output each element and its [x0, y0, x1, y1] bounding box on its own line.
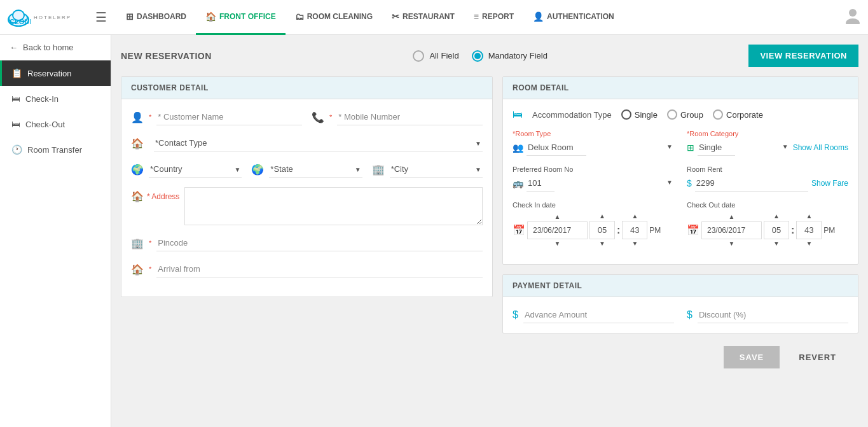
reservation-icon: 📋 [11, 68, 22, 78]
mobile-number-input[interactable] [337, 109, 483, 125]
page-header: NEW RESERVATION All Field Mandatory Fiel… [121, 45, 858, 67]
checkout-group: Check Out date 📅 ▲ ▼ ▲ [687, 201, 848, 248]
page-title: NEW RESERVATION [121, 51, 212, 61]
room-type-select-wrapper: Delux Room ▼ [527, 139, 674, 156]
checkout-min-up[interactable]: ▲ [804, 212, 813, 221]
mandatory-field-radio[interactable]: Mandatory Field [472, 50, 548, 62]
nav-authentication[interactable]: 👤 AUTHENTICATION [523, 0, 624, 35]
pincode-input[interactable] [156, 235, 483, 251]
nav-restaurant[interactable]: ✂ RESTAURANT [382, 0, 464, 35]
arrival-input[interactable] [156, 261, 483, 277]
contact-type-wrapper: *Contact Type ▼ [154, 135, 483, 151]
globe-icon: 🌍 [131, 164, 144, 176]
phone-icon: 📞 [312, 111, 324, 123]
checkin-min-input[interactable] [622, 221, 647, 239]
checkout-ampm: PM [823, 226, 835, 235]
report-icon: ≡ [474, 11, 479, 22]
arrival-row: 🏠 * [131, 261, 483, 277]
view-reservation-button[interactable]: VIEW RESERVATION [748, 45, 858, 67]
address-star: * Address [147, 192, 179, 201]
address-textarea[interactable] [184, 187, 483, 225]
main-layout: ← Back to home 📋 Reservation 🛏 Check-In … [0, 35, 868, 427]
discount-dollar-icon: $ [687, 309, 692, 321]
user-avatar[interactable] [844, 6, 862, 28]
city-select[interactable]: *City [390, 161, 483, 178]
room-detail-header: ROOM DETAIL [503, 77, 858, 99]
advance-amount-field: $ [513, 307, 674, 323]
dashboard-icon: ⊞ [126, 11, 134, 22]
sidebar-item-room-transfer[interactable]: 🕐 Room Transfer [0, 137, 111, 162]
checkin-date-up[interactable]: ▲ [553, 213, 562, 221]
preferred-room-wrapper: 101 ▼ [527, 175, 674, 192]
nav-report[interactable]: ≡ REPORT [464, 0, 523, 35]
customer-name-input[interactable] [156, 109, 302, 125]
checkin-date-down[interactable]: ▼ [553, 239, 562, 248]
nav-dashboard[interactable]: ⊞ DASHBOARD [116, 0, 196, 35]
top-navigation: CLOUD HOTELERP ☰ ⊞ DASHBOARD 🏠 FRONT OFF… [0, 0, 868, 35]
state-select[interactable]: *State [269, 161, 362, 178]
revert-button[interactable]: REVERT [786, 346, 849, 368]
svg-point-5 [849, 9, 857, 17]
nav-room-cleaning[interactable]: 🗂 ROOM CLEANING [286, 0, 382, 35]
checkin-min-up[interactable]: ▲ [630, 212, 639, 221]
payment-detail-card: PAYMENT DETAIL $ $ [502, 274, 858, 333]
advance-amount-input[interactable] [523, 307, 674, 323]
checkout-date-up[interactable]: ▲ [727, 213, 736, 221]
single-option[interactable]: Single [621, 109, 658, 120]
svg-text:CLOUD: CLOUD [10, 18, 31, 25]
checkout-hour-input[interactable] [764, 221, 789, 239]
address-field: 🏠 * Address [131, 187, 483, 225]
right-column: ROOM DETAIL 🛏 Accommodation Type Single [502, 76, 858, 333]
checkout-date-down[interactable]: ▼ [727, 239, 736, 248]
checkout-min-part: ▲ ▼ [796, 212, 822, 248]
sidebar-item-checkin[interactable]: 🛏 Check-In [0, 86, 111, 111]
checkout-hour-up[interactable]: ▲ [772, 212, 781, 221]
discount-field: $ [687, 307, 848, 323]
checkout-hour-down[interactable]: ▼ [772, 239, 781, 248]
sidebar-item-checkout[interactable]: 🛏 Check-Out [0, 111, 111, 137]
checkout-min-down[interactable]: ▼ [804, 239, 813, 248]
hamburger-menu[interactable]: ☰ [95, 10, 107, 25]
back-to-home[interactable]: ← Back to home [0, 35, 111, 60]
checkin-min-part: ▲ ▼ [622, 212, 647, 248]
checkin-hour-down[interactable]: ▼ [598, 239, 607, 248]
room-category-select[interactable]: Single [698, 139, 735, 156]
room-card-body: 🛏 Accommodation Type Single Group [503, 99, 858, 264]
room-rent-input[interactable] [695, 175, 808, 192]
checkout-colon: : [791, 225, 794, 236]
room-category-wrapper: Single ▼ [698, 139, 790, 156]
save-button[interactable]: SAVE [724, 346, 780, 368]
checkin-min-down[interactable]: ▼ [630, 239, 639, 248]
checkout-min-input[interactable] [796, 221, 822, 239]
preferred-room-group: Preferred Room No 🚌 101 ▼ [513, 165, 674, 192]
checkin-calendar-icon[interactable]: 📅 [513, 224, 525, 236]
logo: CLOUD HOTELERP [6, 7, 89, 27]
room-detail-card: ROOM DETAIL 🛏 Accommodation Type Single [502, 76, 858, 265]
contact-type-select[interactable]: *Contact Type [154, 135, 483, 151]
front-office-icon: 🏠 [205, 11, 216, 22]
checkin-hour-up[interactable]: ▲ [598, 212, 607, 221]
group-option[interactable]: Group [667, 109, 703, 120]
checkin-date-input[interactable] [527, 221, 588, 239]
checkin-controls: 📅 ▲ ▼ ▲ ▼ [513, 212, 674, 248]
show-all-rooms-link[interactable]: Show All Rooms [793, 143, 848, 152]
preferred-room-arrow: ▼ [666, 179, 673, 186]
customer-detail-header: CUSTOMER DETAIL [121, 77, 492, 99]
preferred-room-select[interactable]: 101 [527, 175, 555, 192]
room-rent-group: Room Rent $ Show Fare [687, 165, 848, 192]
room-cleaning-icon: 🗂 [295, 11, 304, 22]
corporate-option[interactable]: Corporate [713, 109, 763, 120]
mobile-number-field: 📞 * [312, 109, 483, 125]
checkin-hour-input[interactable] [589, 221, 615, 239]
checkout-calendar-icon[interactable]: 📅 [687, 224, 699, 236]
sidebar-item-reservation[interactable]: 📋 Reservation [0, 60, 111, 86]
all-field-radio[interactable]: All Field [413, 50, 458, 62]
nav-front-office[interactable]: 🏠 FRONT OFFICE [196, 0, 286, 35]
checkout-date-input[interactable] [701, 221, 762, 239]
room-type-select[interactable]: Delux Room [527, 139, 586, 156]
discount-input[interactable] [698, 307, 848, 323]
bottom-bar: SAVE REVERT [121, 340, 858, 375]
country-select[interactable]: *Country [149, 161, 242, 178]
room-type-arrow: ▼ [666, 143, 673, 150]
show-fare-link[interactable]: Show Fare [811, 179, 848, 188]
